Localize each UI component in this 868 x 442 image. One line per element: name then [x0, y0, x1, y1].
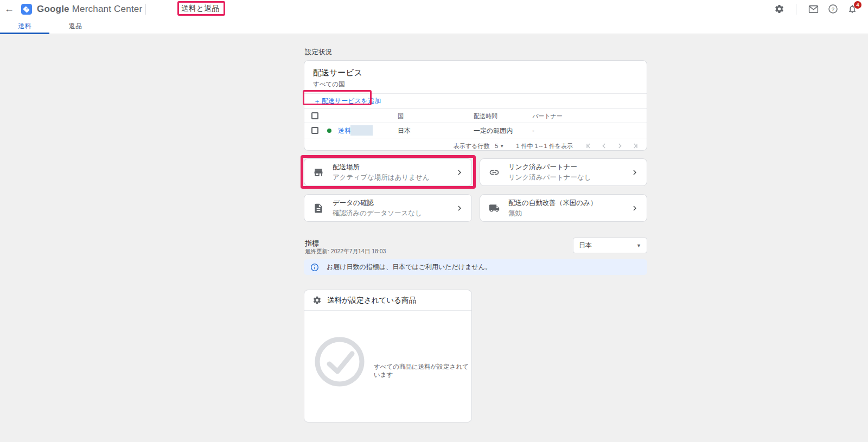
products-card-body: すべての商品に送料が設定されています [304, 311, 471, 422]
metrics-last-updated: 最終更新: 2022年7月14日 18:03 [305, 248, 386, 255]
gear-icon [312, 296, 322, 305]
merchant-center-logo-icon [21, 3, 33, 15]
caret-down-icon: ▼ [636, 243, 641, 248]
tab-returns[interactable]: 返品 [49, 18, 101, 34]
info-banner-text: お届け日数の指標は、日本ではご利用いただけません。 [327, 262, 492, 272]
next-page-icon[interactable] [615, 142, 624, 150]
svg-text:?: ? [831, 6, 834, 12]
settings-gear-icon[interactable] [773, 3, 785, 15]
chevron-right-icon [630, 204, 639, 213]
header-separator [796, 4, 796, 15]
cell-country: 日本 [398, 126, 411, 135]
select-all-checkbox[interactable] [311, 112, 318, 119]
notification-badge: 4 [854, 1, 861, 9]
cell-delivery-time: 一定の範囲内 [474, 126, 513, 135]
column-header-delivery-time: 配送時間 [474, 112, 497, 120]
card-subtitle: アクティブな場所はありません [333, 173, 430, 182]
logo-text: Google Merchant Center [37, 4, 142, 15]
add-service-row: ＋配送サービスを追加 [304, 94, 647, 108]
help-icon[interactable]: ? [827, 3, 839, 15]
add-shipping-service-label: 配送サービスを追加 [322, 97, 381, 106]
data-verification-card[interactable]: データの確認 確認済みのデータソースなし [304, 194, 472, 222]
info-banner: お届け日数の指標は、日本ではご利用いただけません。 [304, 259, 647, 275]
check-circle-icon [314, 336, 366, 390]
card-title: データの確認 [333, 198, 422, 208]
top-header: ← Google Merchant Center [0, 0, 868, 18]
add-shipping-service-button[interactable]: ＋配送サービスを追加 [314, 97, 381, 106]
linked-partners-card[interactable]: リンク済みパートナー リンク済みパートナーなし [480, 158, 647, 186]
pagination-bar: 表示する行数 5▼ 1 件中 1～1 件を表示 [304, 138, 647, 153]
products-with-shipping-card: 送料が設定されている商品 すべての商品に送料が設定されています [304, 290, 472, 422]
rows-per-page-value: 5 [495, 143, 498, 149]
table-header-row: 国 配送時間 パートナー [304, 109, 647, 123]
service-name-link[interactable]: 送料 [338, 126, 351, 135]
column-header-partner: パートナー [532, 112, 563, 120]
pagination-range: 1 件中 1～1 件を表示 [516, 142, 573, 150]
header-separator [145, 4, 146, 15]
logo-google: Google [37, 4, 69, 14]
products-card-header: 送料が設定されている商品 [304, 290, 471, 310]
merchant-center-logo[interactable]: Google Merchant Center [21, 3, 142, 15]
tab-shipping[interactable]: 送料 [0, 18, 49, 34]
card-subtitle: リンク済みパートナーなし [508, 173, 591, 182]
plus-icon: ＋ [314, 97, 321, 106]
column-header-country: 国 [398, 112, 404, 120]
tab-bar: 送料 返品 [0, 18, 868, 34]
truck-icon [489, 203, 500, 214]
caret-down-icon: ▼ [500, 144, 504, 149]
pagination-nav [585, 142, 639, 150]
card-title: リンク済みパートナー [508, 163, 591, 172]
card-subtitle: 確認済みのデータソースなし [333, 209, 422, 218]
section-title: 設定状況 [305, 48, 332, 57]
redacted-service-name [350, 125, 373, 136]
first-page-icon[interactable] [585, 142, 593, 150]
card-title: 配送の自動改善（米国のみ） [508, 198, 597, 208]
table-row[interactable]: 送料 日本 一定の範囲内 - [304, 123, 647, 138]
merchant-center-shipping-page: ← Google Merchant Center 送料と返品 ? [0, 0, 868, 442]
metrics-title: 指標 [305, 239, 319, 248]
shipping-services-card: 配送サービス すべての国 ＋配送サービスを追加 国 配送時間 パートナー 送料 … [304, 60, 647, 151]
page-title: 送料と返品 [181, 4, 219, 14]
link-icon [489, 167, 500, 178]
mail-icon[interactable] [807, 3, 819, 15]
chevron-right-icon [455, 204, 464, 213]
country-select-value: 日本 [579, 241, 592, 250]
card-subtitle: 無効 [508, 209, 597, 218]
country-select[interactable]: 日本 ▼ [573, 238, 647, 253]
rows-per-page-select[interactable]: 5▼ [495, 143, 504, 149]
shipping-locations-card[interactable]: 配送場所 アクティブな場所はありません [304, 158, 472, 186]
shipping-card-header: 配送サービス すべての国 [304, 61, 647, 93]
automatic-shipping-improvements-card[interactable]: 配送の自動改善（米国のみ） 無効 [480, 194, 647, 222]
shipping-card-subtitle: すべての国 [313, 80, 638, 88]
products-card-message: すべての商品に送料が設定されています [374, 363, 471, 379]
row-checkbox[interactable] [311, 127, 318, 134]
products-card-title: 送料が設定されている商品 [327, 296, 416, 305]
cell-partner: - [532, 127, 534, 134]
chevron-right-icon [455, 168, 464, 177]
previous-page-icon[interactable] [600, 142, 609, 150]
shipping-card-title: 配送サービス [313, 68, 638, 78]
last-page-icon[interactable] [630, 142, 639, 150]
rows-per-page-label: 表示する行数 [454, 142, 490, 150]
logo-product: Merchant Center [72, 4, 143, 14]
info-icon [310, 263, 319, 272]
header-actions: ? 4 [773, 0, 858, 18]
card-title: 配送場所 [333, 163, 430, 172]
chevron-right-icon [630, 168, 639, 177]
store-icon [313, 167, 324, 178]
document-icon [313, 203, 324, 214]
notifications-bell-icon[interactable]: 4 [846, 3, 858, 15]
status-active-dot [327, 129, 331, 133]
back-arrow-icon[interactable]: ← [0, 3, 18, 15]
